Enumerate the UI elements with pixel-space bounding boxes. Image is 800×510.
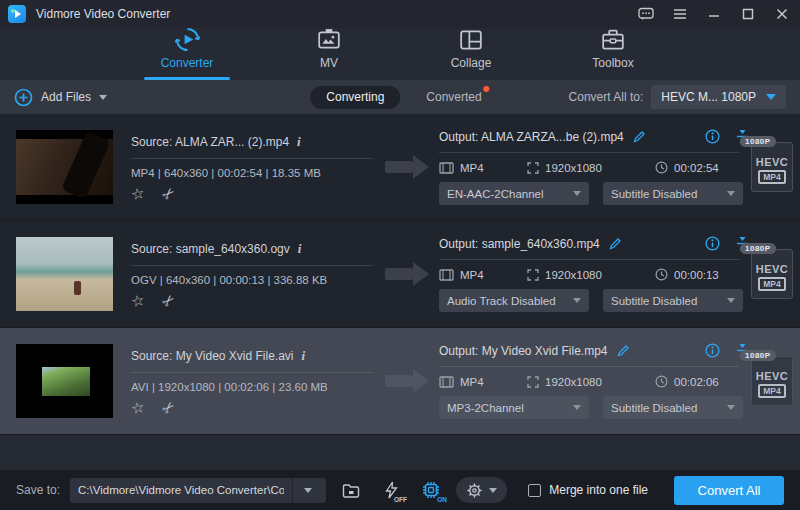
output-title: Output: ALMA ZARZA...be (2).mp4	[439, 130, 624, 144]
source-meta: OGV | 640x360 | 00:00:13 | 336.88 KB	[131, 274, 383, 286]
format-icon	[439, 162, 454, 174]
edit-effects-icon[interactable]: ☆	[130, 291, 146, 308]
edit-effects-icon[interactable]: ☆	[130, 398, 146, 415]
chevron-down-icon	[727, 298, 735, 303]
subtitle-dropdown[interactable]: Subtitle Disabled	[603, 182, 743, 205]
badge-resolution: 1080P	[740, 350, 776, 361]
window-title: Vidmore Video Converter	[36, 7, 170, 21]
save-path-box	[70, 478, 326, 503]
output-format-badge[interactable]: 1080P HEVC MP4	[751, 249, 793, 299]
title-bar: Vidmore Video Converter	[0, 0, 800, 28]
close-button[interactable]	[774, 6, 790, 22]
output-title: Output: sample_640x360.mp4	[439, 237, 600, 251]
mv-icon	[317, 28, 341, 52]
file-row-2: Source: sample_640x360.ogv i OGV | 640x3…	[0, 221, 800, 328]
info-icon[interactable]	[705, 236, 720, 251]
info-icon[interactable]	[705, 343, 720, 358]
merge-checkbox[interactable]	[528, 484, 541, 497]
merge-checkbox-group[interactable]: Merge into one file	[528, 483, 648, 497]
save-path-input[interactable]	[70, 484, 292, 496]
rename-icon[interactable]	[608, 237, 622, 251]
feedback-icon[interactable]	[638, 6, 654, 22]
divider	[439, 152, 739, 153]
auto-off-button[interactable]: OFF	[376, 477, 406, 503]
save-path-caret[interactable]	[292, 478, 322, 503]
audio-track-value: MP3-2Channel	[447, 402, 565, 414]
menu-icon[interactable]	[672, 6, 688, 22]
subtitle-value: Subtitle Disabled	[611, 295, 719, 307]
output-format-badge[interactable]: 1080P HEVC MP4	[751, 356, 793, 406]
badge-container: MP4	[758, 384, 785, 398]
footer-bar: Save to: OFF ON Merge into one file Conv…	[0, 470, 800, 510]
divider	[131, 158, 373, 159]
source-info-icon[interactable]: i	[297, 134, 301, 150]
tab-toolbox-label: Toolbox	[592, 56, 633, 70]
tab-converter[interactable]: Converter	[144, 27, 230, 80]
info-icon[interactable]	[705, 129, 720, 144]
toolbox-icon	[601, 28, 625, 52]
converter-icon	[175, 27, 200, 52]
cut-icon[interactable]: ✂	[159, 183, 179, 203]
add-files-button[interactable]: Add Files	[14, 88, 107, 107]
output-format-badge[interactable]: 1080P HEVC MP4	[751, 142, 793, 192]
convert-all-button[interactable]: Convert All	[674, 476, 784, 505]
rename-icon[interactable]	[632, 130, 646, 144]
source-info-icon[interactable]: i	[298, 241, 302, 257]
tab-converter-label: Converter	[161, 56, 214, 70]
minimize-button[interactable]	[706, 6, 722, 22]
video-thumbnail[interactable]	[16, 237, 113, 311]
convert-arrow-icon	[385, 369, 431, 393]
badge-codec: HEVC	[756, 156, 789, 168]
tab-toolbox[interactable]: Toolbox	[570, 28, 656, 80]
settings-button[interactable]	[456, 477, 507, 503]
chevron-down-icon	[573, 191, 581, 196]
chevron-down-icon	[727, 191, 735, 196]
resolution-icon	[527, 269, 539, 281]
badge-container: MP4	[758, 277, 785, 291]
audio-track-dropdown[interactable]: EN-AAC-2Channel	[439, 182, 589, 205]
output-resolution: 1920x1080	[545, 376, 602, 388]
rename-icon[interactable]	[616, 344, 630, 358]
tab-converting[interactable]: Converting	[310, 86, 400, 109]
hardware-acceleration-button[interactable]: ON	[416, 477, 446, 503]
cut-icon[interactable]: ✂	[159, 290, 179, 310]
audio-track-dropdown[interactable]: Audio Track Disabled	[439, 289, 589, 312]
video-thumbnail[interactable]	[16, 130, 113, 204]
tab-collage[interactable]: Collage	[428, 28, 514, 80]
source-info-icon[interactable]: i	[302, 348, 306, 364]
chevron-down-icon	[573, 298, 581, 303]
tab-converting-label: Converting	[326, 90, 384, 104]
edit-effects-icon[interactable]: ☆	[130, 184, 146, 201]
source-title: Source: sample_640x360.ogv	[131, 242, 290, 256]
app-logo-icon	[8, 5, 26, 23]
add-files-label: Add Files	[41, 90, 91, 104]
subtitle-value: Subtitle Disabled	[611, 402, 719, 414]
chevron-down-icon	[573, 405, 581, 410]
add-icon	[14, 88, 33, 107]
duration-icon	[655, 375, 668, 388]
video-thumbnail[interactable]	[16, 344, 113, 418]
tab-collage-label: Collage	[451, 56, 492, 70]
audio-track-dropdown[interactable]: MP3-2Channel	[439, 396, 589, 419]
gear-icon	[466, 482, 483, 499]
output-resolution: 1920x1080	[545, 162, 602, 174]
output-format: MP4	[460, 269, 484, 281]
subtitle-dropdown[interactable]: Subtitle Disabled	[603, 289, 743, 312]
add-files-caret-icon[interactable]	[99, 95, 107, 100]
auto-off-tag: OFF	[394, 496, 407, 503]
tab-mv-label: MV	[320, 56, 338, 70]
tab-converted[interactable]: Converted	[426, 90, 489, 104]
maximize-button[interactable]	[740, 6, 756, 22]
source-meta: MP4 | 640x360 | 00:02:54 | 18.35 MB	[131, 167, 383, 179]
output-format: MP4	[460, 376, 484, 388]
duration-icon	[655, 268, 668, 281]
tab-mv[interactable]: MV	[286, 28, 372, 80]
convert-all-to-value: HEVC M... 1080P	[661, 90, 756, 104]
chevron-down-icon	[489, 488, 497, 493]
cut-icon[interactable]: ✂	[159, 397, 179, 417]
subtitle-dropdown[interactable]: Subtitle Disabled	[603, 396, 743, 419]
convert-all-to-dropdown[interactable]: HEVC M... 1080P	[651, 85, 786, 109]
open-folder-button[interactable]	[336, 477, 366, 503]
resolution-icon	[527, 376, 539, 388]
badge-resolution: 1080P	[740, 243, 776, 254]
